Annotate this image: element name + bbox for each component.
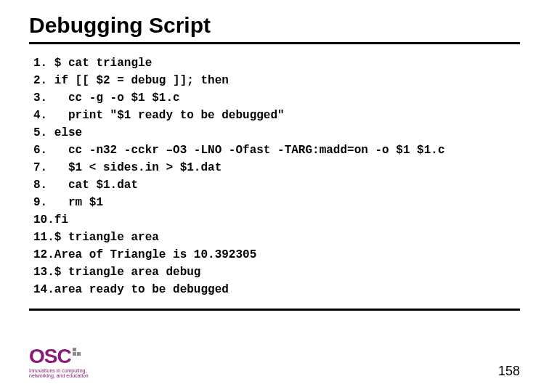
code-line: 9. rm $1	[33, 194, 520, 211]
footer: OSC Innovations in computing, networking…	[29, 346, 520, 379]
code-line: 8. cat $1.dat	[33, 176, 520, 194]
code-line: 13.$ triangle area debug	[33, 264, 520, 281]
divider	[29, 309, 520, 311]
code-line: 6. cc -n32 -cckr –O3 -LNO -Ofast -TARG:m…	[33, 142, 520, 159]
logo-text: OSC	[29, 346, 71, 367]
page-number: 158	[498, 364, 520, 379]
code-line: 3. cc -g -o $1 $1.c	[33, 89, 520, 107]
code-block: 1. $ cat triangle 2. if [[ $2 = debug ]]…	[29, 54, 520, 307]
code-line: 14.area ready to be debugged	[33, 281, 520, 298]
code-line: 4. print "$1 ready to be debugged"	[33, 107, 520, 124]
code-line: 1. $ cat triangle	[33, 54, 520, 72]
logo-squares-icon	[73, 348, 81, 356]
code-line: 10.fi	[33, 211, 520, 229]
code-line: 7. $1 < sides.in > $1.dat	[33, 159, 520, 176]
code-line: 5. else	[33, 124, 520, 142]
code-line: 12.Area of Triangle is 10.392305	[33, 246, 520, 264]
code-line: 2. if [[ $2 = debug ]]; then	[33, 72, 520, 89]
slide-title: Debugging Script	[29, 13, 520, 44]
logo-tagline: Innovations in computing, networking, an…	[29, 368, 89, 379]
osc-logo: OSC Innovations in computing, networking…	[29, 346, 89, 379]
code-line: 11.$ triangle area	[33, 229, 520, 246]
